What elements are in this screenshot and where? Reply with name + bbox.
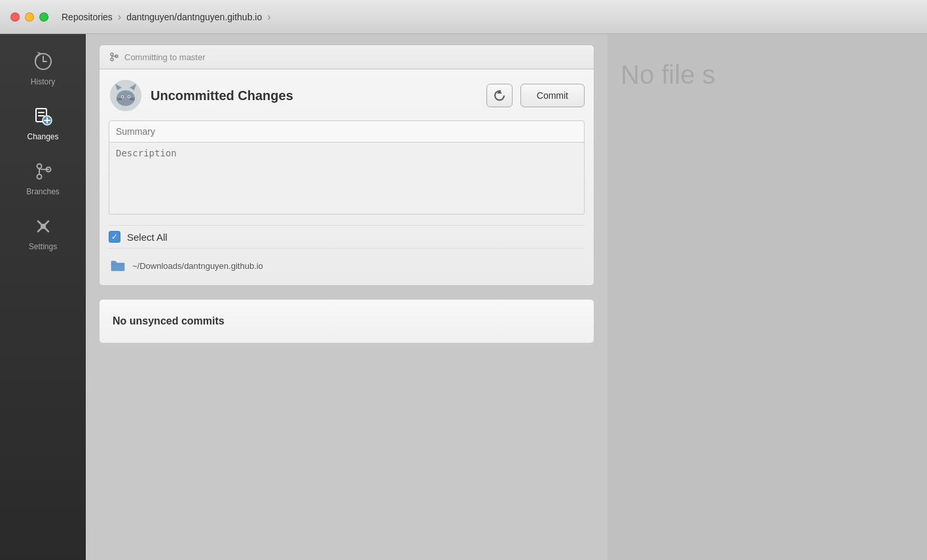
settings-icon [31, 215, 55, 238]
svg-point-8 [37, 175, 41, 179]
changes-icon [31, 105, 55, 128]
branches-icon [31, 160, 55, 183]
right-panel: No file s [608, 34, 927, 560]
commit-button[interactable]: Commit [520, 84, 585, 107]
minimize-button[interactable] [25, 12, 34, 22]
select-all-label: Select All [127, 232, 168, 243]
refresh-icon [493, 89, 506, 102]
select-all-checkbox[interactable]: ✓ [109, 231, 120, 243]
no-file-text: No file s [621, 60, 716, 90]
summary-input[interactable] [109, 120, 585, 143]
svg-point-19 [117, 90, 135, 106]
description-textarea[interactable] [109, 143, 585, 215]
svg-point-24 [122, 96, 123, 97]
breadcrumb-repo[interactable]: dantnguyen/dantnguyen.github.io [126, 12, 262, 22]
app-body: History Changes [0, 34, 927, 560]
history-icon [31, 50, 55, 73]
select-all-row: ✓ Select All [109, 225, 585, 249]
breadcrumb-separator: › [118, 11, 121, 23]
svg-point-25 [128, 96, 130, 97]
sidebar-item-branches[interactable]: Branches [0, 150, 86, 205]
changes-title: Uncommitted Changes [151, 88, 479, 103]
top-panel: Committing to master [86, 34, 608, 296]
filepath-text: ~/Downloads/dantnguyen.github.io [132, 261, 263, 271]
close-button[interactable] [10, 12, 20, 22]
changes-header: Uncommitted Changes Commit [109, 79, 585, 113]
sidebar-label-branches: Branches [26, 187, 60, 196]
content-area: Committing to master [86, 34, 608, 560]
committing-banner: Committing to master [99, 44, 594, 69]
unsynced-title: No unsynced commits [113, 315, 225, 326]
folder-icon [110, 259, 126, 272]
bottom-panel: No unsynced commits [86, 296, 608, 560]
unsynced-card: No unsynced commits [99, 299, 594, 343]
branch-icon [109, 52, 119, 62]
breadcrumb: Repositories › dantnguyen/dantnguyen.git… [62, 11, 271, 23]
sidebar-item-history[interactable]: History [0, 41, 86, 96]
committing-to-text: Committing to master [124, 52, 206, 62]
sidebar: History Changes [0, 34, 86, 560]
breadcrumb-separator-2: › [267, 11, 270, 23]
maximize-button[interactable] [39, 12, 48, 22]
refresh-button[interactable] [486, 84, 513, 107]
traffic-lights [10, 12, 48, 22]
sidebar-label-settings: Settings [29, 242, 57, 251]
breadcrumb-repositories[interactable]: Repositories [62, 12, 113, 22]
sidebar-item-changes[interactable]: Changes [0, 96, 86, 150]
sidebar-label-changes: Changes [27, 132, 58, 141]
svg-point-26 [124, 99, 127, 101]
github-cat-icon [109, 79, 143, 113]
svg-point-7 [37, 164, 41, 169]
sidebar-label-history: History [31, 77, 55, 86]
titlebar: Repositories › dantnguyen/dantnguyen.git… [0, 0, 927, 34]
sidebar-item-settings[interactable]: Settings [0, 205, 86, 260]
changes-card: Uncommitted Changes Commit ✓ [99, 69, 594, 286]
filepath-row: ~/Downloads/dantnguyen.github.io [109, 255, 585, 276]
